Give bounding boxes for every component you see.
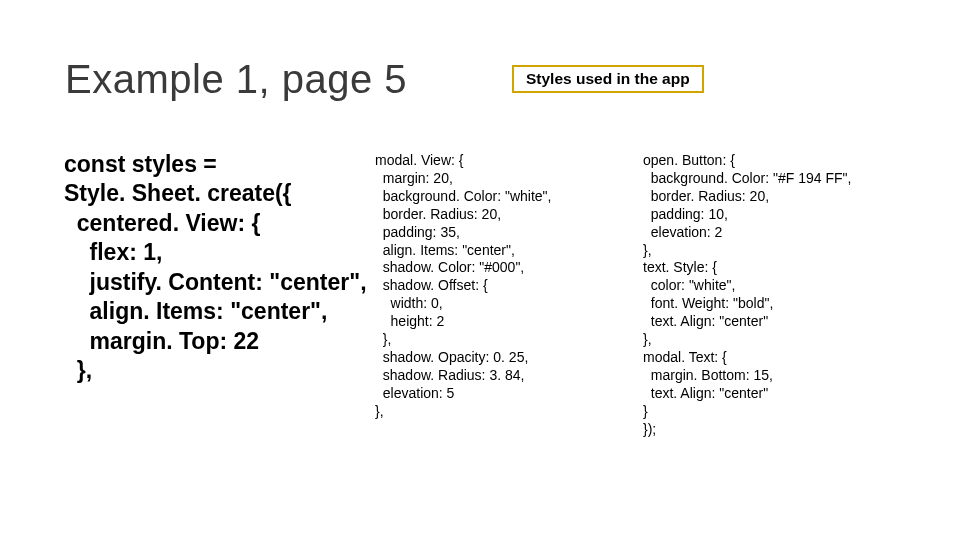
code-column-1: const styles = Style. Sheet. create({ ce…: [64, 150, 367, 386]
caption-text: Styles used in the app: [526, 70, 690, 87]
caption-box: Styles used in the app: [512, 65, 704, 93]
slide-title: Example 1, page 5: [65, 57, 407, 102]
code-column-3: open. Button: { background. Color: "#F 1…: [643, 152, 851, 439]
code-column-2: modal. View: { margin: 20, background. C…: [375, 152, 551, 421]
